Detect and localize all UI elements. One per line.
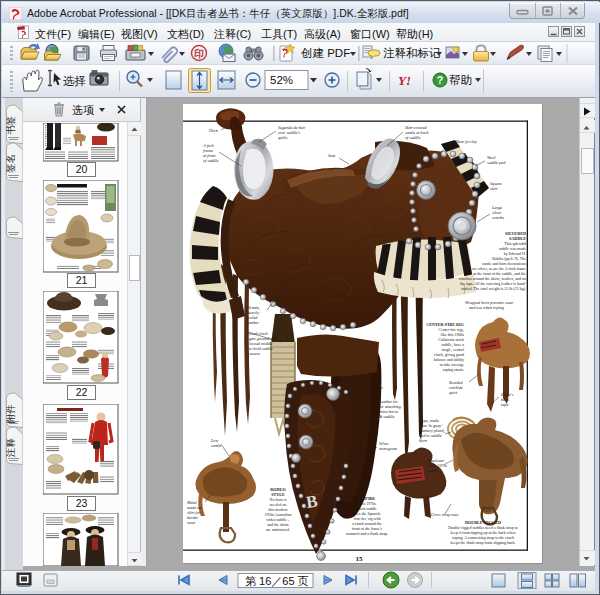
svg-text:签名: 签名: [5, 154, 16, 173]
svg-text:创建 PDF: 创建 PDF: [301, 47, 350, 59]
svg-text:quilts: quilts: [278, 135, 288, 140]
svg-text:附件: 附件: [5, 404, 16, 423]
svg-text:wear: wear: [187, 520, 196, 525]
svg-text:keeps the flank strap from sli: keeps the flank strap from slipping back…: [450, 540, 515, 545]
svg-text:Seat: Seat: [328, 153, 336, 158]
svg-text:注释和标记: 注释和标记: [383, 47, 441, 59]
svg-text:& saddle: & saddle: [379, 414, 394, 419]
svg-text:horn: horn: [419, 438, 427, 443]
svg-text:quirt: quirt: [449, 390, 458, 395]
svg-text:Bear-je-clay: Bear-je-clay: [456, 139, 477, 144]
svg-text:印: 印: [194, 48, 204, 59]
svg-text:tapa: tapa: [501, 402, 508, 407]
svg-text:?: ?: [437, 74, 443, 86]
svg-text:of saddle: of saddle: [405, 135, 420, 140]
svg-text:第 16／65 页: 第 16／65 页: [245, 575, 309, 587]
svg-text:书签: 书签: [5, 116, 16, 136]
svg-text:选择: 选择: [63, 75, 86, 87]
svg-text:注释: 注释: [5, 438, 16, 459]
svg-text:are minimized.: are minimized.: [266, 527, 290, 532]
svg-text:15: 15: [356, 555, 364, 563]
svg-text:52%: 52%: [270, 74, 293, 86]
svg-text:stomach and a flank strap.: stomach and a flank strap.: [346, 531, 388, 536]
svg-text:and use when roping: and use when roping: [469, 305, 504, 310]
svg-text:skirt: skirt: [490, 186, 498, 191]
svg-text:saddle pad: saddle pad: [487, 160, 506, 165]
svg-text:concho: concho: [492, 215, 504, 220]
svg-text:leather: leather: [247, 320, 259, 325]
svg-text:cantle: cantle: [211, 443, 221, 448]
svg-text:monogram: monogram: [379, 446, 397, 451]
svg-text:tooled. The total weight is 55: tooled. The total weight is 55 lb (25 kg…: [461, 286, 526, 291]
svg-text:Horn: Horn: [208, 128, 218, 133]
svg-text:Cross strap may: Cross strap may: [431, 512, 458, 517]
svg-text:roping strain.: roping strain.: [443, 367, 464, 372]
svg-text:帮助: 帮助: [449, 74, 472, 86]
svg-text:Fender: Fender: [370, 385, 383, 390]
svg-text:of saddle: of saddle: [203, 158, 218, 163]
svg-text:Y!: Y!: [398, 73, 411, 88]
svg-text:saddle: saddle: [427, 468, 438, 473]
svg-text:secure: secure: [249, 351, 260, 356]
